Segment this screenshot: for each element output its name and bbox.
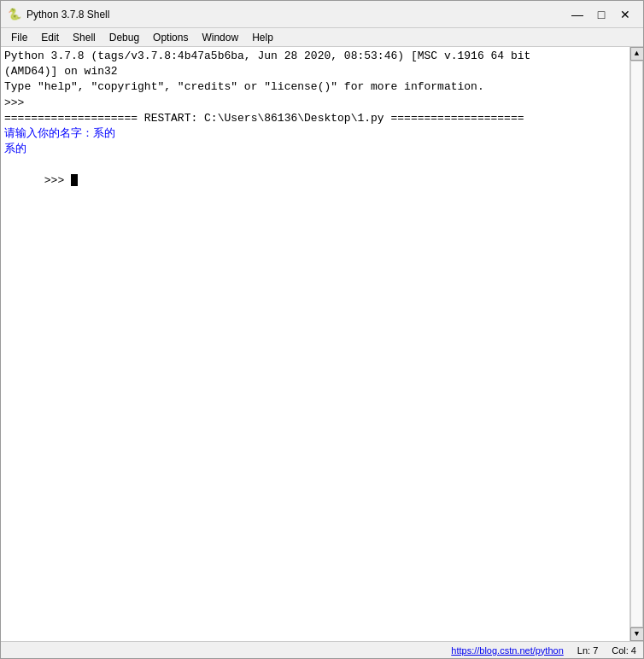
scroll-up-button[interactable]: ▲ [630, 47, 644, 61]
shell-line-3: Type "help", "copyright", "credits" or "… [4, 79, 640, 95]
menu-bar: File Edit Shell Debug Options Window Hel… [1, 28, 643, 47]
close-button[interactable]: ✕ [614, 3, 636, 26]
menu-options[interactable]: Options [146, 28, 195, 46]
menu-window[interactable]: Window [195, 28, 245, 46]
menu-file[interactable]: File [4, 28, 34, 46]
status-link[interactable]: https://blog.cstn.net/python [451, 645, 563, 656]
menu-debug[interactable]: Debug [102, 28, 146, 46]
cursor [71, 174, 78, 186]
minimize-button[interactable]: — [566, 3, 588, 26]
status-ln: Ln: 7 [577, 645, 598, 656]
menu-shell[interactable]: Shell [66, 28, 102, 46]
shell-line-1: Python 3.7.8 (tags/v3.7.8:4b47a5b6ba, Ju… [4, 49, 640, 64]
shell-content[interactable]: Python 3.7.8 (tags/v3.7.8:4b47a5b6ba, Ju… [1, 47, 643, 641]
main-window: 🐍 Python 3.7.8 Shell — □ ✕ File Edit She… [0, 0, 644, 659]
status-col: Col: 4 [612, 645, 636, 656]
shell-output-2: 系的 [4, 142, 640, 157]
status-bar: https://blog.cstn.net/python Ln: 7 Col: … [1, 641, 643, 658]
shell-prompt-1: >>> [4, 96, 640, 111]
shell-output-1: 请输入你的名字：系的 [4, 126, 640, 142]
scroll-down-button[interactable]: ▼ [630, 627, 644, 641]
menu-help[interactable]: Help [245, 28, 280, 46]
window-title: Python 3.7.8 Shell [26, 9, 566, 20]
window-controls: — □ ✕ [566, 3, 636, 26]
shell-restart-line: ==================== RESTART: C:\Users\8… [4, 111, 640, 126]
scrollbar-track[interactable] [630, 61, 643, 627]
shell-line-2: (AMD64)] on win32 [4, 64, 640, 79]
scrollbar[interactable]: ▲ ▼ [629, 47, 643, 641]
app-icon: 🐍 [8, 8, 21, 21]
maximize-button[interactable]: □ [590, 3, 612, 26]
title-bar: 🐍 Python 3.7.8 Shell — □ ✕ [1, 1, 643, 28]
menu-edit[interactable]: Edit [34, 28, 66, 46]
shell-prompt-2: >>> [4, 157, 640, 204]
